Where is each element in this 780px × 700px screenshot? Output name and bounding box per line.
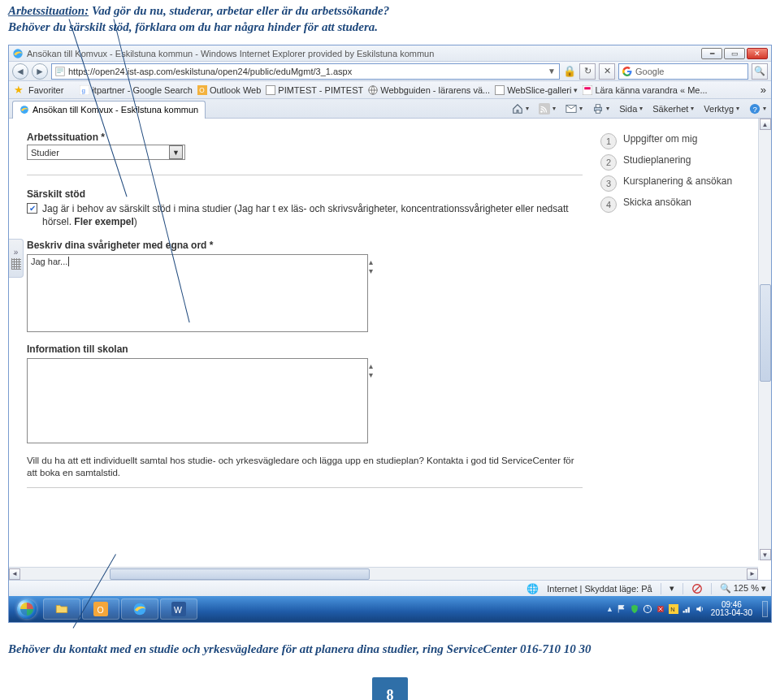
zoom-level[interactable]: 🔍 125 % ▾ <box>720 583 766 594</box>
url-text: https://open24.ist-asp.com/eskilstuna/op… <box>68 67 544 76</box>
protected-mode-toggle[interactable]: ▾ <box>670 583 674 594</box>
ie-icon <box>12 48 24 59</box>
taskbar-explorer[interactable] <box>43 598 80 620</box>
house-icon <box>512 103 523 115</box>
window-titlebar: Ansökan till Komvux - Eskilstuna kommun … <box>9 45 771 62</box>
favorites-bar: ★ Favoriter gitpartner - Google Search O… <box>9 81 771 99</box>
vertical-scrollbar[interactable]: ▲ ▼ <box>758 119 771 560</box>
arbetssituation-dropdown[interactable]: Studier ▼ <box>27 145 185 160</box>
browser-window: Ansökan till Komvux - Eskilstuna kommun … <box>8 45 772 623</box>
resize-handle-icon[interactable]: ▴▾ <box>369 361 373 379</box>
bookmark-webslice[interactable]: WebSlice-galleri▾ <box>495 85 578 95</box>
outlook-icon: O <box>93 602 108 616</box>
nav-forward-button[interactable]: ► <box>32 63 48 80</box>
google-icon: g <box>80 85 89 95</box>
stop-button[interactable]: ✕ <box>599 63 615 80</box>
step-4[interactable]: 4 Skicka ansökan <box>600 197 760 213</box>
annotation-label: Arbetssituation: <box>8 4 89 17</box>
flag-icon[interactable] <box>617 604 626 614</box>
svg-rect-30 <box>687 607 689 613</box>
favorites-overflow-button[interactable]: » <box>760 84 766 96</box>
address-bar[interactable]: https://open24.ist-asp.com/eskilstuna/op… <box>51 63 560 80</box>
mail-icon <box>566 103 577 115</box>
close-tray-icon[interactable] <box>656 604 665 614</box>
help-button[interactable]: ?▾ <box>744 103 771 115</box>
network-icon[interactable] <box>682 604 691 614</box>
url-dropdown-button[interactable]: ▼ <box>548 67 556 76</box>
page-icon <box>495 85 505 95</box>
print-button[interactable]: ▾ <box>587 103 614 115</box>
browser-tab[interactable]: Ansökan till Komvux - Eskilstuna kommun <box>12 101 206 119</box>
scroll-down-button[interactable]: ▼ <box>760 549 771 560</box>
home-button[interactable]: ▾ <box>507 103 534 115</box>
resize-handle-icon[interactable]: ▴▾ <box>369 257 373 275</box>
bookmark-lara[interactable]: Lära känna varandra « Me... <box>583 85 707 95</box>
page-menu[interactable]: Sida ▾ <box>614 104 648 114</box>
step-number-badge: 4 <box>600 197 617 213</box>
browser-search-input[interactable]: Google <box>618 63 748 80</box>
horizontal-scrollbar[interactable]: ◄ ► <box>9 567 758 580</box>
scroll-left-button[interactable]: ◄ <box>9 568 20 580</box>
security-zone: Internet | Skyddat läge: På <box>547 584 652 594</box>
step-1[interactable]: 1 Uppgifter om mig <box>600 133 760 149</box>
safety-menu[interactable]: Säkerhet ▾ <box>648 104 699 114</box>
svg-rect-1 <box>56 67 65 76</box>
speaker-icon[interactable] <box>695 604 704 614</box>
divider <box>27 175 583 175</box>
show-desktop-button[interactable] <box>762 601 768 617</box>
nav-back-button[interactable]: ◄ <box>12 63 28 80</box>
tray-show-hidden[interactable]: ▲ <box>606 605 613 613</box>
shield-icon[interactable] <box>630 604 639 614</box>
page-icon <box>583 85 592 95</box>
taskbar-word[interactable]: W <box>160 598 197 620</box>
search-go-button[interactable]: 🔍 <box>752 63 768 80</box>
rss-icon <box>539 103 550 115</box>
scroll-right-button[interactable]: ► <box>747 568 758 580</box>
form-main: Arbetssituation * Studier ▼ Särskilt stö… <box>9 119 600 580</box>
page-number-badge: 8 <box>372 677 408 700</box>
sarskilt-stod-checkbox[interactable]: ✔ <box>27 203 37 214</box>
word-icon: W <box>171 602 186 616</box>
taskbar-ie[interactable] <box>121 598 158 620</box>
tray-clock[interactable]: 09:46 2013-04-30 <box>708 601 756 618</box>
mail-button[interactable]: ▾ <box>561 103 587 115</box>
globe-icon: 🌐 <box>526 583 539 594</box>
tools-menu[interactable]: Verktyg ▾ <box>699 104 744 114</box>
window-close-button[interactable]: ✕ <box>747 48 768 59</box>
beskriv-value: Jag har... <box>31 257 67 266</box>
beskriv-label: Beskriv dina svårigheter med egna ord * <box>27 240 583 251</box>
favorites-star-icon[interactable]: ★ <box>14 84 24 96</box>
window-minimize-button[interactable]: ━ <box>701 48 722 59</box>
bookmark-webbguiden[interactable]: Webbguiden - lärarens vä... <box>368 85 490 95</box>
blocked-icon[interactable] <box>691 583 703 594</box>
bookmark-outlook[interactable]: OOutlook Web <box>197 85 261 95</box>
step-3[interactable]: 3 Kursplanering & ansökan <box>600 175 760 192</box>
info-skolan-textarea[interactable]: ▴▾ <box>27 358 368 443</box>
outlook-icon: O <box>197 85 207 95</box>
taskbar-outlook[interactable]: O <box>82 598 119 620</box>
tray-icons: N <box>617 604 704 614</box>
ie-icon <box>20 105 29 115</box>
norton-icon[interactable]: N <box>669 604 678 614</box>
google-icon <box>622 67 632 76</box>
favorites-label[interactable]: Favoriter <box>28 85 63 95</box>
start-button[interactable] <box>12 598 41 620</box>
bookmark-itpartner[interactable]: gitpartner - Google Search <box>80 85 193 95</box>
step-2[interactable]: 2 Studieplanering <box>600 154 760 171</box>
bookmark-pimtest[interactable]: PIMTEST - PIMTEST <box>266 85 363 95</box>
annotation-bottom: Behöver du kontakt med en studie och yrk… <box>0 623 780 656</box>
refresh-button[interactable]: ↻ <box>579 63 596 80</box>
browser-status-bar: 🌐 Internet | Skyddat läge: På ▾ 🔍 125 % … <box>9 580 771 596</box>
scroll-thumb[interactable] <box>760 284 771 382</box>
feeds-button[interactable]: ▾ <box>534 103 561 115</box>
svg-text:O: O <box>98 605 104 615</box>
beskriv-textarea[interactable]: Jag har... ▴▾ <box>27 254 368 332</box>
sync-icon[interactable] <box>643 604 652 614</box>
sarskilt-stod-title: Särskilt stöd <box>27 188 583 200</box>
ie-icon <box>132 602 147 616</box>
window-maximize-button[interactable]: ▭ <box>724 48 745 59</box>
scroll-thumb[interactable] <box>110 568 370 580</box>
windows-logo-icon <box>17 599 37 619</box>
scroll-up-button[interactable]: ▲ <box>760 119 771 130</box>
info-skolan-label: Information till skolan <box>27 344 583 355</box>
